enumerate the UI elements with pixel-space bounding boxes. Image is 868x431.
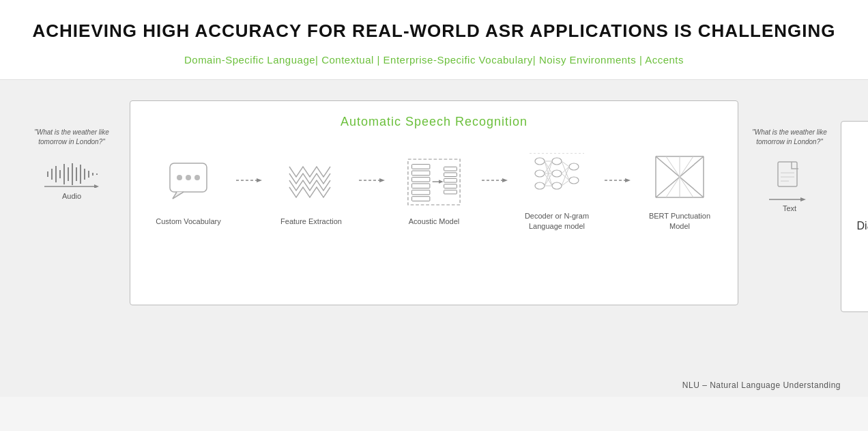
svg-rect-35 [444,179,457,183]
audio-label: Audio [62,192,81,200]
svg-rect-26 [412,171,430,176]
connector-3 [482,177,509,184]
document-icon [775,161,804,195]
connector-4 [605,177,632,184]
svg-point-47 [569,177,579,184]
nlu-subtitle: Dialog Manager [857,220,868,232]
feature-extraction-icon [284,155,338,210]
audio-quote: "What is the weather like tomorrow in Lo… [27,128,116,147]
svg-point-40 [535,158,545,165]
pipeline-item-feature-extraction: Feature Extraction [263,155,359,227]
bert-icon [652,150,707,204]
feature-extraction-label: Feature Extraction [280,217,342,227]
svg-marker-23 [379,178,385,182]
acoustic-model-label: Acoustic Model [409,217,460,227]
pipeline-item-bert: BERT PunctuationModel [632,150,727,232]
svg-marker-65 [625,178,631,182]
svg-point-19 [194,175,200,180]
svg-point-45 [552,182,562,189]
svg-point-44 [552,170,562,177]
svg-rect-36 [444,184,457,189]
decoder-label: Decoder or N-gramLanguage model [525,211,589,232]
svg-point-46 [569,163,579,170]
svg-marker-15 [94,184,99,188]
text-arrow-icon [769,195,810,204]
svg-marker-39 [502,178,508,182]
svg-rect-25 [412,165,430,169]
header-section: ACHIEVING HIGH ACCURACY FOR REAL-WORLD A… [0,0,868,80]
decoder-icon [530,150,584,204]
pipeline-item-decoder: Decoder or N-gramLanguage model [509,150,605,232]
pipeline: Custom Vocabulary [141,150,727,232]
footer-text: NLU – Natural Language Understanding [27,380,841,390]
svg-point-43 [552,158,562,165]
svg-marker-21 [257,178,262,182]
svg-rect-80 [778,162,797,186]
svg-marker-85 [800,197,806,201]
svg-point-18 [186,175,191,180]
text-quote: "What is the weather like tomorrow in Lo… [752,128,827,147]
svg-point-42 [535,182,545,189]
main-title: ACHIEVING HIGH ACCURACY FOR REAL-WORLD A… [14,20,854,42]
custom-vocabulary-icon [161,155,216,210]
svg-marker-32 [439,180,444,184]
svg-rect-33 [444,167,457,171]
svg-rect-30 [412,197,430,201]
pipeline-item-acoustic-model: Acoustic Model [386,155,482,227]
svg-rect-28 [412,184,430,189]
asr-box: Automatic Speech Recognition Custom Vo [130,100,738,305]
acoustic-model-icon [407,155,461,210]
connector-1 [236,177,263,184]
custom-vocabulary-label: Custom Vocabulary [156,217,220,227]
pipeline-item-custom-vocabulary: Custom Vocabulary [141,155,236,227]
svg-rect-37 [444,190,457,194]
audio-section: "What is the weather like tomorrow in Lo… [27,100,116,200]
subtitle: Domain-Specific Language| Contextual | E… [14,54,854,66]
waveform-icon [41,161,102,188]
footer-area: NLU – Natural Language Understanding [0,374,868,397]
text-section: "What is the weather like tomorrow in Lo… [752,100,827,212]
svg-rect-29 [412,190,430,195]
svg-rect-27 [412,178,430,182]
text-label: Text [783,204,796,212]
svg-point-17 [177,175,182,180]
svg-point-41 [535,170,545,177]
content-area: "What is the weather like tomorrow in Lo… [0,80,868,374]
nlu-box: NLU Dialog Manager [841,121,868,312]
connector-2 [359,177,386,184]
bert-label: BERT PunctuationModel [649,211,710,232]
asr-title: Automatic Speech Recognition [341,115,527,129]
svg-rect-34 [444,173,457,177]
